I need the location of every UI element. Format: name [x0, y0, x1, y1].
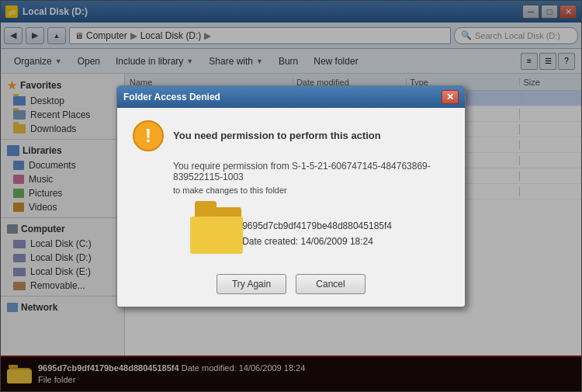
folder-access-denied-dialog: Folder Access Denied ✕ ! You need permis… — [116, 85, 466, 307]
dialog-desc-line2: to make changes to this folder — [173, 186, 449, 195]
dialog-folder-area: 9695d7cb9df4179be48d88045185f4 Date crea… — [190, 207, 392, 262]
dialog-title-bar: Folder Access Denied ✕ — [117, 86, 465, 108]
dialog-title: Folder Access Denied — [123, 92, 220, 102]
dialog-desc-line1: You require permission from S-1-5-21-606… — [173, 161, 449, 182]
folder-front — [190, 217, 243, 254]
dialog-body: ! You need permission to perform this ac… — [117, 108, 465, 307]
big-folder-icon — [190, 207, 233, 262]
cancel-button[interactable]: Cancel — [296, 274, 365, 294]
dialog-header: ! You need permission to perform this ac… — [133, 120, 449, 151]
dialog-folder-info: 9695d7cb9df4179be48d88045185f4 Date crea… — [242, 219, 392, 248]
dialog-close-button[interactable]: ✕ — [442, 90, 459, 104]
warning-icon: ! — [133, 120, 164, 151]
dialog-main-text: You need permission to perform this acti… — [173, 130, 381, 141]
dialog-overlay: Folder Access Denied ✕ ! You need permis… — [0, 0, 582, 392]
dialog-folder-name: 9695d7cb9df4179be48d88045185f4 — [242, 219, 392, 234]
dialog-date-created: Date created: 14/06/2009 18:24 — [242, 234, 392, 249]
try-again-button[interactable]: Try Again — [217, 274, 286, 294]
dialog-buttons: Try Again Cancel — [133, 274, 449, 294]
